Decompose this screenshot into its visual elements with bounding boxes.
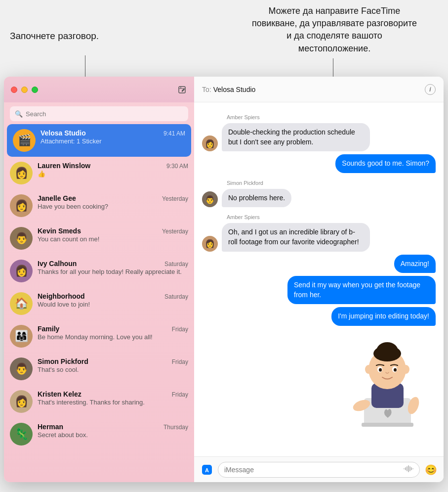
conv-header: Kristen Kelez Friday xyxy=(38,390,188,398)
appstore-button[interactable]: A xyxy=(200,463,214,477)
conv-preview: Have you been cooking? xyxy=(38,203,188,210)
conv-content: Ivy Calhoun Saturday Thanks for all your… xyxy=(38,260,188,275)
conv-content: Neighborhood Saturday Would love to join… xyxy=(38,292,188,308)
sender-label: Amber Spiers xyxy=(202,214,436,220)
conversation-item-herman[interactable]: 🦎 Herman Thursday Secret about box. xyxy=(4,418,194,450)
msg-avatar: 👨 xyxy=(202,191,218,207)
conv-time: Thursday xyxy=(163,424,188,431)
info-button[interactable]: i xyxy=(425,84,436,95)
conv-preview: 👍 xyxy=(38,170,188,178)
svg-rect-25 xyxy=(411,467,412,470)
msg-avatar: 👩 xyxy=(202,236,218,252)
conv-preview: Thanks for all your help today! Really a… xyxy=(38,268,188,275)
conv-name: Neighborhood xyxy=(38,292,85,300)
svg-point-17 xyxy=(394,368,397,371)
svg-rect-26 xyxy=(412,468,413,469)
message-row: 👨 No problems here. xyxy=(202,189,436,208)
maximize-button[interactable] xyxy=(32,87,38,93)
conv-name: Family xyxy=(38,325,59,333)
bubble-outgoing: Amazing! xyxy=(394,255,436,273)
conversation-item-kristen[interactable]: 👩 Kristen Kelez Friday That's interestin… xyxy=(4,385,194,418)
conv-name: Kevin Smeds xyxy=(38,227,81,235)
svg-point-16 xyxy=(379,368,382,371)
bubble-incoming: No problems here. xyxy=(222,189,291,208)
conv-preview: Would love to join! xyxy=(38,301,188,308)
conv-content: Herman Thursday Secret about box. xyxy=(38,423,188,439)
conv-name: Velosa Studio xyxy=(41,129,86,137)
avatar-kevin: 👨 xyxy=(10,227,33,250)
svg-rect-22 xyxy=(407,466,407,471)
avatar-neighborhood: 🏠 xyxy=(10,292,33,315)
bubble-incoming: Double-checking the production schedule … xyxy=(222,123,370,151)
conv-time: Friday xyxy=(172,391,188,398)
search-input[interactable] xyxy=(26,110,183,118)
app-window: 🔍 🎬 Velosa Studio 9:41 AM Attachment: 1 … xyxy=(4,77,444,482)
conv-content: Janelle Gee Yesterday Have you been cook… xyxy=(38,194,188,210)
conv-time: Friday xyxy=(172,326,188,333)
annotation-left: Започнете разговор. xyxy=(10,30,99,43)
avatar-velosa: 🎬 xyxy=(13,129,36,152)
chat-recipient: Velosa Studio xyxy=(213,86,425,93)
annotation-right: Можете да направите FaceTime повикване, … xyxy=(250,5,418,55)
minimize-button[interactable] xyxy=(21,87,28,93)
bubble-outgoing: Send it my way when you get the footage … xyxy=(287,276,436,304)
memoji-figure xyxy=(349,334,426,428)
conversation-item-velosa[interactable]: 🎬 Velosa Studio 9:41 AM Attachment: 1 St… xyxy=(7,124,191,157)
close-button[interactable] xyxy=(11,87,17,93)
conv-name: Lauren Winslow xyxy=(38,162,90,170)
conversation-item-kevin[interactable]: 👨 Kevin Smeds Yesterday You can count on… xyxy=(4,222,194,255)
message-input[interactable] xyxy=(224,466,404,474)
conv-header: Family Friday xyxy=(38,325,188,333)
svg-rect-4 xyxy=(362,423,413,427)
conv-preview: That's interesting. Thanks for sharing. xyxy=(38,399,188,406)
conversation-item-lauren[interactable]: 👩 Lauren Winslow 9:30 AM 👍 xyxy=(4,157,194,189)
avatar-family: 👨‍👩‍👧 xyxy=(10,325,33,348)
compose-button[interactable] xyxy=(176,84,187,95)
conv-header: Simon Pickford Friday xyxy=(38,358,188,365)
titlebar xyxy=(4,77,194,102)
avatar-janelle: 👩 xyxy=(10,194,33,217)
conv-content: Kevin Smeds Yesterday You can count on m… xyxy=(38,227,188,243)
message-row: I'm jumping into editing today! xyxy=(202,307,436,326)
conv-preview: Secret about box. xyxy=(38,431,188,439)
conversation-item-janelle[interactable]: 👩 Janelle Gee Yesterday Have you been co… xyxy=(4,189,194,222)
conversation-item-simon[interactable]: 👨 Simon Pickford Friday That's so cool. xyxy=(4,353,194,385)
bubble-outgoing: I'm jumping into editing today! xyxy=(331,307,436,326)
emoji-button[interactable]: 😊 xyxy=(424,463,438,477)
conversation-item-family[interactable]: 👨‍👩‍👧 Family Friday Be home Monday morni… xyxy=(4,320,194,353)
conv-header: Neighborhood Saturday xyxy=(38,292,188,300)
svg-rect-20 xyxy=(404,468,405,469)
bubble-outgoing: Sounds good to me. Simon? xyxy=(335,154,436,173)
conversations-list: 🎬 Velosa Studio 9:41 AM Attachment: 1 St… xyxy=(4,124,194,482)
conv-header: Janelle Gee Yesterday xyxy=(38,194,188,202)
conv-name: Janelle Gee xyxy=(38,194,76,202)
conv-time: 9:41 AM xyxy=(163,130,185,137)
conv-name: Kristen Kelez xyxy=(38,390,81,398)
msg-avatar: 👩 xyxy=(202,135,218,151)
search-icon: 🔍 xyxy=(15,110,23,118)
svg-rect-23 xyxy=(408,465,409,472)
message-input-wrap xyxy=(218,462,420,478)
conv-time: Yesterday xyxy=(162,228,188,235)
conv-content: Kristen Kelez Friday That's interesting.… xyxy=(38,390,188,406)
avatar-lauren: 👩 xyxy=(10,162,33,184)
svg-rect-21 xyxy=(405,467,406,470)
avatar-ivy: 👩 xyxy=(10,260,33,282)
conv-content: Simon Pickford Friday That's so cool. xyxy=(38,358,188,373)
conv-preview: Attachment: 1 Sticker xyxy=(41,137,185,145)
conv-time: 9:30 AM xyxy=(166,163,188,170)
avatar-simon: 👨 xyxy=(10,358,33,380)
message-row: 👩 Oh, and I got us an incredible library… xyxy=(202,223,436,251)
conversation-item-ivy[interactable]: 👩 Ivy Calhoun Saturday Thanks for all yo… xyxy=(4,255,194,287)
conv-time: Saturday xyxy=(164,261,188,268)
chat-to-label: To: xyxy=(202,86,211,93)
avatar-kristen: 👩 xyxy=(10,390,33,413)
svg-rect-24 xyxy=(409,466,410,471)
conv-content: Lauren Winslow 9:30 AM 👍 xyxy=(38,162,188,178)
chat-area: To: Velosa Studio i Amber Spiers 👩 Doubl… xyxy=(194,77,444,482)
avatar-herman: 🦎 xyxy=(10,423,33,446)
conv-header: Lauren Winslow 9:30 AM xyxy=(38,162,188,170)
conversation-item-neighborhood[interactable]: 🏠 Neighborhood Saturday Would love to jo… xyxy=(4,287,194,320)
conv-content: Velosa Studio 9:41 AM Attachment: 1 Stic… xyxy=(41,129,185,145)
svg-point-11 xyxy=(373,346,401,361)
